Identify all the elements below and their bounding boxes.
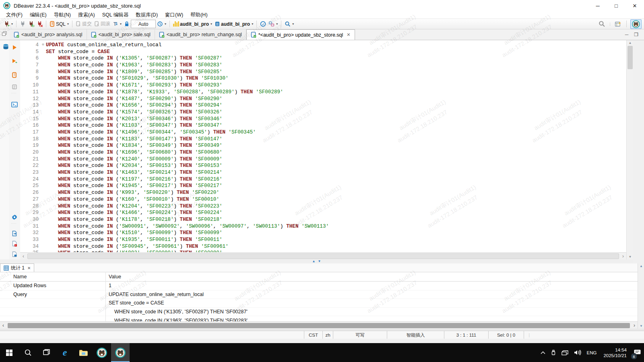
- restore-editor-icon[interactable]: [2, 31, 7, 36]
- tab-statistics[interactable]: 统计 1 ✕: [0, 263, 34, 272]
- taskbar-search-icon[interactable]: [19, 343, 37, 362]
- transaction-history-button[interactable]: ▾: [156, 20, 167, 29]
- column-divider[interactable]: [105, 272, 106, 321]
- editor-vscrollbar[interactable]: ▲ ▼: [626, 40, 634, 259]
- window-close-icon[interactable]: ✕: [625, 0, 644, 11]
- table-row-1[interactable]: QueryUPDATE custom_online_sale_return_lo…: [0, 290, 638, 299]
- language-indicator[interactable]: ENG: [584, 343, 600, 362]
- results-hscroll-thumb[interactable]: [8, 323, 630, 328]
- chevron-down-icon[interactable]: ▾: [67, 22, 69, 26]
- usb-tray-icon[interactable]: [548, 343, 559, 362]
- lock-icon[interactable]: [123, 20, 131, 29]
- settings-gear-icon[interactable]: [10, 213, 19, 221]
- network-tray-icon[interactable]: [559, 343, 571, 362]
- menu-item-5[interactable]: 数据库(D): [132, 11, 161, 19]
- table-row-3[interactable]: WHEN store_code IN ('K1305', 'SF00287') …: [0, 308, 638, 317]
- disconnect-button[interactable]: [19, 20, 27, 29]
- window-minimize-icon[interactable]: ─: [588, 0, 607, 11]
- table-row-4[interactable]: WHEN store_code IN ('K1963', 'SF00283') …: [0, 316, 638, 321]
- start-button[interactable]: [0, 343, 19, 362]
- status-segment-4[interactable]: 3 : 1 : 111: [444, 331, 488, 339]
- minimize-pane-icon[interactable]: ─: [625, 32, 629, 37]
- window-maximize-icon[interactable]: □: [607, 0, 625, 11]
- status-segment-0[interactable]: CST: [304, 331, 322, 339]
- fold-collapse-icon[interactable]: ⊖: [40, 42, 46, 49]
- execute-script-button[interactable]: [10, 71, 19, 79]
- menu-item-6[interactable]: 窗口(W): [161, 11, 187, 19]
- sash-up-icon[interactable]: ▲: [312, 260, 316, 263]
- close-tab-icon[interactable]: ✕: [347, 32, 350, 37]
- menu-item-1[interactable]: 编辑(E): [26, 11, 50, 19]
- schema-selector[interactable]: audit_bi_pro ▾: [213, 20, 254, 29]
- sql-search-button[interactable]: ▾: [283, 20, 295, 29]
- tray-chevron-up-icon[interactable]: [538, 343, 548, 362]
- column-header-name[interactable]: Name: [0, 274, 105, 280]
- open-perspective-button[interactable]: ✦: [613, 20, 623, 29]
- reconnect-button[interactable]: ↻: [27, 20, 35, 29]
- dbeaver-taskbar-icon[interactable]: [93, 343, 111, 362]
- editor-results-sash[interactable]: ▲ ▼: [0, 259, 633, 263]
- tab-0[interactable]: <audit_bi_pro> analysis.sql: [10, 29, 87, 40]
- commit-mode-combo[interactable]: Auto: [131, 20, 156, 28]
- execute-new-tab-button[interactable]: +: [10, 57, 19, 65]
- schema-name[interactable]: audit_bi_pro: [221, 21, 250, 27]
- menu-item-7[interactable]: 帮助(H): [187, 11, 211, 19]
- file-output-icon[interactable]: [10, 250, 19, 258]
- status-segment-3[interactable]: 智能插入: [387, 331, 444, 339]
- transaction-log-button[interactable]: T ▾: [111, 20, 123, 29]
- chevron-down-icon[interactable]: ▾: [165, 22, 166, 26]
- status-segment-1[interactable]: zh: [322, 331, 333, 339]
- invalidate-connection-button[interactable]: ✕: [35, 20, 44, 29]
- rollback-button[interactable]: 回滚: [93, 20, 111, 29]
- execute-statement-button[interactable]: [10, 43, 19, 51]
- menu-item-3[interactable]: 搜索(A): [74, 11, 99, 19]
- chevron-down-icon[interactable]: ▾: [120, 22, 122, 26]
- close-results-tab-icon[interactable]: ✕: [27, 266, 31, 270]
- menu-item-2[interactable]: 导航(N): [50, 11, 74, 19]
- terminal-icon[interactable]: [10, 101, 19, 109]
- scroll-left-icon[interactable]: ‹: [20, 253, 27, 259]
- results-tab-label[interactable]: 统计 1: [11, 265, 25, 272]
- file-explorer-icon[interactable]: [74, 343, 93, 362]
- tab-3[interactable]: *<audit_bi_pro> update_sbz_store.sql✕: [246, 29, 355, 40]
- results-vscrollbar[interactable]: ▲ ▼: [638, 263, 644, 329]
- table-row-0[interactable]: Updated Rows1: [0, 282, 638, 290]
- notification-center-icon[interactable]: 8: [631, 343, 644, 362]
- scroll-up-icon[interactable]: ▲: [638, 264, 644, 268]
- chevron-down-icon[interactable]: ▾: [252, 22, 253, 26]
- explain-plan-button[interactable]: [10, 83, 19, 91]
- chevron-down-icon[interactable]: ▾: [211, 22, 212, 26]
- scroll-right-icon[interactable]: ›: [631, 323, 638, 328]
- tab-1[interactable]: <audit_bi_pro> sale.sql: [87, 29, 155, 40]
- new-connection-button[interactable]: + ▾: [2, 20, 14, 29]
- chevron-down-icon[interactable]: ▾: [292, 22, 294, 26]
- scroll-down-icon[interactable]: ▼: [627, 255, 634, 259]
- navigator-compass-button[interactable]: [259, 20, 267, 29]
- editor-hscrollbar[interactable]: ‹ ›: [20, 252, 626, 260]
- maximize-pane-icon[interactable]: ❒: [634, 32, 638, 37]
- chevron-down-icon[interactable]: ▾: [276, 22, 278, 26]
- column-header-value[interactable]: Value: [105, 274, 121, 280]
- export-result-icon[interactable]: [10, 229, 19, 237]
- overflow-dots-icon[interactable]: ⋮: [608, 22, 612, 26]
- connection-name[interactable]: audit_bi_pro: [180, 21, 209, 27]
- tab-2[interactable]: <audit_bi_pro> return_change.sql: [155, 29, 246, 40]
- internet-explorer-icon[interactable]: e: [56, 343, 74, 362]
- hscroll-thumb[interactable]: [27, 253, 619, 259]
- menu-item-4[interactable]: SQL 编辑器: [99, 11, 132, 19]
- table-row-2[interactable]: SET store_code = CASE: [0, 299, 638, 308]
- connection-selector[interactable]: audit_bi_pro ▾: [172, 20, 213, 29]
- file-error-icon[interactable]: !: [10, 240, 19, 248]
- sql-editor-label[interactable]: SQL: [56, 21, 66, 27]
- results-hscrollbar[interactable]: ‹ ›: [0, 321, 638, 329]
- isolation-level-button[interactable]: ▾: [267, 20, 279, 29]
- scroll-up-icon[interactable]: ▲: [627, 41, 634, 45]
- sash-down-icon[interactable]: ▼: [318, 260, 321, 263]
- chevron-down-icon[interactable]: ▾: [11, 22, 13, 26]
- clock[interactable]: 14:54 2025/10/21: [599, 347, 631, 358]
- search-icon[interactable]: [597, 20, 607, 29]
- rollback-label[interactable]: 回滚: [101, 21, 110, 27]
- dbeaver-taskbar-icon-active[interactable]: [111, 343, 130, 362]
- commit-button[interactable]: 提交: [74, 20, 93, 29]
- sql-editor-area[interactable]: 4⊖UPDATE custom_online_sale_return_local…: [20, 40, 626, 252]
